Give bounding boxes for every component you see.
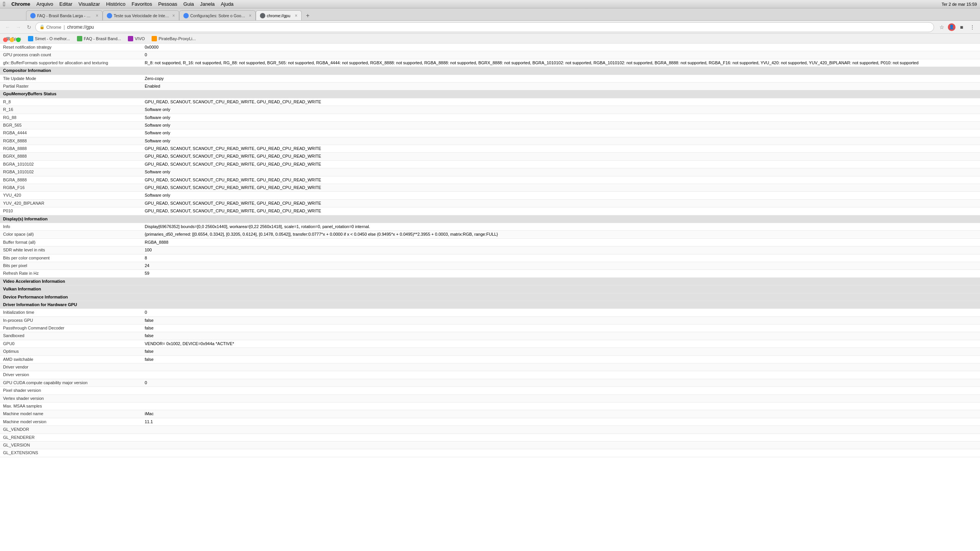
tab-close-4[interactable]: ×: [295, 13, 297, 18]
bookmark-favicon-simet: [28, 36, 33, 41]
menubar-editar[interactable]: Editar: [56, 1, 75, 7]
row-val: [142, 395, 980, 402]
tab-favicon-1: [30, 13, 36, 18]
tab-close-1[interactable]: ×: [96, 13, 98, 18]
table-row: GPU process crash count0: [0, 51, 980, 59]
tab-faq[interactable]: FAQ - Brasil Banda Larga - M... ×: [26, 10, 103, 20]
row-val: GPU_READ, SCANOUT, SCANOUT_CPU_READ_WRIT…: [142, 98, 980, 106]
row-val: Software only: [142, 114, 980, 121]
table-row: BGRA_1010102GPU_READ, SCANOUT, SCANOUT_C…: [0, 160, 980, 168]
bookmark-simet[interactable]: Simet - O melhor...: [25, 34, 73, 43]
table-row: Machine model nameiMac: [0, 410, 980, 418]
bookmark-pirate[interactable]: PirateBay-ProxyLi...: [149, 34, 199, 43]
menubar-right: Ter 2 de mar 15:59: [942, 2, 977, 7]
row-key: Passthrough Command Decoder: [0, 324, 142, 332]
section-header: Display(s) Information: [0, 215, 980, 223]
forward-button[interactable]: →: [14, 23, 23, 32]
table-row: YUV_420_BIPLANARGPU_READ, SCANOUT, SCANO…: [0, 199, 980, 207]
row-key: R_16: [0, 106, 142, 114]
bookmark-star-button[interactable]: ☆: [937, 23, 946, 32]
table-row: BGR_565Software only: [0, 121, 980, 129]
tab-close-2[interactable]: ×: [172, 13, 175, 18]
table-row: GL_RENDERER: [0, 434, 980, 441]
maximize-button[interactable]: [16, 37, 21, 42]
row-key: GL_RENDERER: [0, 434, 142, 441]
row-key: RGBA_1010102: [0, 168, 142, 176]
menu-button[interactable]: ⋮: [968, 23, 977, 32]
section-header: Vulkan Information: [0, 285, 980, 293]
tab-favicon-4: [260, 13, 265, 18]
menubar-ajuda[interactable]: Ajuda: [218, 1, 237, 7]
row-val: 0: [142, 51, 980, 59]
apple-menu[interactable]: : [3, 1, 5, 8]
table-row: Partial RasterEnabled: [0, 82, 980, 90]
row-val: [142, 426, 980, 434]
row-key: Color space (all): [0, 231, 142, 238]
row-val: Software only: [142, 106, 980, 114]
table-row: RGBA_4444Software only: [0, 129, 980, 137]
row-val: 0x0000: [142, 44, 980, 51]
minimize-button[interactable]: [10, 37, 14, 42]
menubar-chrome[interactable]: Chrome: [8, 1, 33, 7]
section-header: Driver Information for Hardware GPU: [0, 301, 980, 308]
menubar-janela[interactable]: Janela: [197, 1, 218, 7]
row-val: GPU_READ, SCANOUT, SCANOUT_CPU_READ_WRIT…: [142, 176, 980, 184]
row-key: Bits per pixel: [0, 262, 142, 269]
section-title: Compositor Information: [0, 67, 980, 75]
tab-settings[interactable]: Configurações: Sobre o Goog... ×: [179, 10, 256, 20]
table-row: BGRX_8888GPU_READ, SCANOUT, SCANOUT_CPU_…: [0, 153, 980, 160]
row-key: GL_VERSION: [0, 441, 142, 449]
table-row: In-process GPUfalse: [0, 316, 980, 324]
row-val: GPU_READ, SCANOUT, SCANOUT_CPU_READ_WRIT…: [142, 153, 980, 160]
bookmark-vivo[interactable]: VIVO: [125, 34, 148, 43]
table-row: AMD switchablefalse: [0, 355, 980, 363]
menubar-guia[interactable]: Guia: [180, 1, 197, 7]
new-tab-button[interactable]: +: [303, 11, 312, 20]
table-row: Bits per pixel24: [0, 262, 980, 269]
menubar-visualizar[interactable]: Visualizar: [75, 1, 103, 7]
reload-button[interactable]: ↻: [24, 23, 34, 32]
bookmark-label-pirate: PirateBay-ProxyLi...: [158, 36, 196, 41]
row-val: {primaries_d50_referred: [[0.6554, 0.334…: [142, 231, 980, 238]
menubar-favoritos[interactable]: Favoritos: [129, 1, 155, 7]
tab-bar: FAQ - Brasil Banda Larga - M... × Teste …: [0, 8, 980, 21]
tab-close-3[interactable]: ×: [249, 13, 252, 18]
row-val: VENDOR= 0x1002, DEVICE=0x944a *ACTIVE*: [142, 340, 980, 347]
row-val: 24: [142, 262, 980, 269]
row-val: false: [142, 324, 980, 332]
row-key: Sandboxed: [0, 332, 142, 340]
row-val: false: [142, 355, 980, 363]
menubar-historico[interactable]: Histórico: [103, 1, 129, 7]
row-val: [142, 402, 980, 410]
row-key: GPU process crash count: [0, 51, 142, 59]
browser-chrome: FAQ - Brasil Banda Larga - M... × Teste …: [0, 8, 980, 44]
profile-button[interactable]: 👤: [948, 23, 956, 31]
bookmark-faq[interactable]: FAQ - Brasil Band...: [74, 34, 124, 43]
row-val: Software only: [142, 121, 980, 129]
tab-label-1: FAQ - Brasil Banda Larga - M...: [37, 13, 93, 18]
row-val: R_8: not supported, R_16: not supported,…: [142, 59, 980, 67]
menubar-arquivo[interactable]: Arquivo: [33, 1, 56, 7]
tab-label-4: chrome://gpu: [267, 13, 292, 18]
table-row: RG_88Software only: [0, 114, 980, 121]
row-key: gfx::BufferFormats supported for allocat…: [0, 59, 142, 67]
address-url: chrome://gpu: [67, 24, 930, 30]
tab-gpu[interactable]: chrome://gpu ×: [256, 10, 302, 20]
menubar-pessoas[interactable]: Pessoas: [155, 1, 180, 7]
tab-speedtest[interactable]: Teste sua Velocidade de Inter... ×: [103, 10, 179, 20]
row-key: Partial Raster: [0, 82, 142, 90]
row-val: false: [142, 332, 980, 340]
gpu-info-table: Reset notification strategy0x0000GPU pro…: [0, 44, 980, 457]
row-key: BGRA_8888: [0, 176, 142, 184]
table-row: R_8GPU_READ, SCANOUT, SCANOUT_CPU_READ_W…: [0, 98, 980, 106]
table-row: Vertex shader version: [0, 395, 980, 402]
row-val: [142, 387, 980, 395]
row-key: AMD switchable: [0, 355, 142, 363]
row-key: Info: [0, 223, 142, 230]
address-bar[interactable]: 🔒 Chrome | chrome://gpu: [35, 22, 934, 32]
close-button[interactable]: [3, 37, 8, 42]
back-button[interactable]: ←: [3, 23, 12, 32]
row-key: Pixel shader version: [0, 387, 142, 395]
extensions-button[interactable]: ■: [957, 23, 966, 32]
row-key: GPU0: [0, 340, 142, 347]
